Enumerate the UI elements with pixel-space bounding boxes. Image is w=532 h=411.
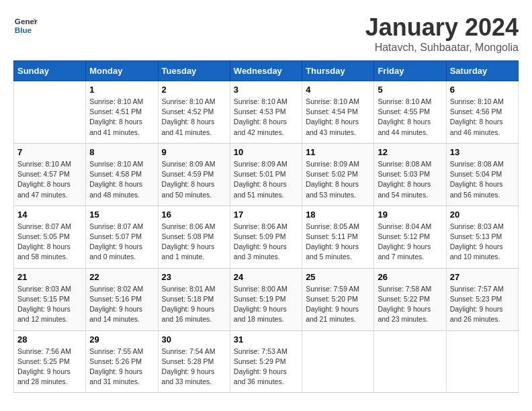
month-title: January 2024 xyxy=(365,13,519,42)
weekday-header-sunday: Sunday xyxy=(14,61,86,81)
day-info: Sunrise: 7:56 AMSunset: 5:25 PMDaylight:… xyxy=(17,347,82,387)
day-info: Sunrise: 8:00 AMSunset: 5:19 PMDaylight:… xyxy=(234,284,298,325)
day-info: Sunrise: 8:10 AMSunset: 4:52 PMDaylight:… xyxy=(162,97,226,138)
calendar-cell xyxy=(374,330,446,393)
header-row: SundayMondayTuesdayWednesdayThursdayFrid… xyxy=(14,61,519,81)
day-info: Sunrise: 8:04 AMSunset: 5:12 PMDaylight:… xyxy=(378,222,442,263)
calendar-cell: 13Sunrise: 8:08 AMSunset: 5:04 PMDayligh… xyxy=(446,143,518,205)
day-info: Sunrise: 8:09 AMSunset: 5:01 PMDaylight:… xyxy=(234,159,298,200)
week-row-5: 28Sunrise: 7:56 AMSunset: 5:25 PMDayligh… xyxy=(14,330,519,393)
day-number: 22 xyxy=(89,272,154,282)
calendar-cell: 5Sunrise: 8:10 AMSunset: 4:55 PMDaylight… xyxy=(374,81,446,144)
calendar-cell: 6Sunrise: 8:10 AMSunset: 4:56 PMDaylight… xyxy=(446,81,518,144)
calendar-cell: 17Sunrise: 8:06 AMSunset: 5:09 PMDayligh… xyxy=(230,205,302,268)
calendar-table: SundayMondayTuesdayWednesdayThursdayFrid… xyxy=(13,60,519,393)
week-row-4: 21Sunrise: 8:03 AMSunset: 5:15 PMDayligh… xyxy=(14,268,519,330)
day-number: 17 xyxy=(234,210,298,220)
calendar-cell: 7Sunrise: 8:10 AMSunset: 4:57 PMDaylight… xyxy=(14,143,86,205)
day-number: 6 xyxy=(450,85,515,95)
day-info: Sunrise: 8:01 AMSunset: 5:18 PMDaylight:… xyxy=(162,284,226,325)
calendar-cell: 28Sunrise: 7:56 AMSunset: 5:25 PMDayligh… xyxy=(14,330,86,393)
calendar-cell: 16Sunrise: 8:06 AMSunset: 5:08 PMDayligh… xyxy=(158,205,230,268)
day-info: Sunrise: 8:08 AMSunset: 5:03 PMDaylight:… xyxy=(378,159,442,200)
calendar-cell: 10Sunrise: 8:09 AMSunset: 5:01 PMDayligh… xyxy=(230,143,302,205)
day-info: Sunrise: 8:10 AMSunset: 4:56 PMDaylight:… xyxy=(450,97,515,138)
calendar-cell: 1Sunrise: 8:10 AMSunset: 4:51 PMDaylight… xyxy=(86,81,158,144)
weekday-header-wednesday: Wednesday xyxy=(230,61,302,81)
page-header: General Blue January 2024 Hatavch, Suhba… xyxy=(13,13,519,54)
day-info: Sunrise: 8:10 AMSunset: 4:58 PMDaylight:… xyxy=(89,159,154,200)
weekday-header-friday: Friday xyxy=(374,61,446,81)
calendar-cell: 18Sunrise: 8:05 AMSunset: 5:11 PMDayligh… xyxy=(302,205,374,268)
calendar-cell: 29Sunrise: 7:55 AMSunset: 5:26 PMDayligh… xyxy=(86,330,158,393)
calendar-cell: 3Sunrise: 8:10 AMSunset: 4:53 PMDaylight… xyxy=(230,81,302,144)
day-info: Sunrise: 8:10 AMSunset: 4:57 PMDaylight:… xyxy=(17,159,82,200)
weekday-header-thursday: Thursday xyxy=(302,61,374,81)
day-number: 15 xyxy=(89,210,154,220)
day-number: 28 xyxy=(17,334,82,345)
day-info: Sunrise: 8:09 AMSunset: 5:02 PMDaylight:… xyxy=(306,159,370,200)
day-number: 25 xyxy=(306,272,370,282)
day-number: 27 xyxy=(450,272,515,282)
location: Hatavch, Suhbaatar, Mongolia xyxy=(365,42,519,54)
calendar-cell: 15Sunrise: 8:07 AMSunset: 5:07 PMDayligh… xyxy=(86,205,158,268)
day-info: Sunrise: 7:59 AMSunset: 5:20 PMDaylight:… xyxy=(306,284,370,325)
day-info: Sunrise: 8:03 AMSunset: 5:15 PMDaylight:… xyxy=(17,284,82,325)
day-number: 2 xyxy=(162,85,226,95)
calendar-cell: 9Sunrise: 8:09 AMSunset: 4:59 PMDaylight… xyxy=(158,143,230,205)
calendar-cell: 12Sunrise: 8:08 AMSunset: 5:03 PMDayligh… xyxy=(374,143,446,205)
day-info: Sunrise: 8:06 AMSunset: 5:09 PMDaylight:… xyxy=(234,222,298,263)
day-info: Sunrise: 7:54 AMSunset: 5:28 PMDaylight:… xyxy=(162,347,226,387)
day-number: 9 xyxy=(162,147,226,157)
day-info: Sunrise: 8:10 AMSunset: 4:53 PMDaylight:… xyxy=(234,97,298,138)
day-number: 26 xyxy=(378,272,442,282)
day-number: 5 xyxy=(378,85,442,95)
logo: General Blue xyxy=(13,13,38,38)
week-row-3: 14Sunrise: 8:07 AMSunset: 5:05 PMDayligh… xyxy=(14,205,519,268)
day-info: Sunrise: 7:58 AMSunset: 5:22 PMDaylight:… xyxy=(378,284,442,325)
day-info: Sunrise: 8:05 AMSunset: 5:11 PMDaylight:… xyxy=(306,222,370,263)
calendar-cell: 21Sunrise: 8:03 AMSunset: 5:15 PMDayligh… xyxy=(14,268,86,330)
day-number: 29 xyxy=(89,334,154,345)
calendar-cell: 20Sunrise: 8:03 AMSunset: 5:13 PMDayligh… xyxy=(446,205,518,268)
day-number: 19 xyxy=(378,210,442,220)
day-info: Sunrise: 8:10 AMSunset: 4:55 PMDaylight:… xyxy=(378,97,442,138)
day-info: Sunrise: 7:53 AMSunset: 5:29 PMDaylight:… xyxy=(234,347,298,387)
calendar-cell xyxy=(14,81,86,144)
day-number: 30 xyxy=(162,334,226,345)
day-info: Sunrise: 8:07 AMSunset: 5:05 PMDaylight:… xyxy=(17,222,82,263)
calendar-cell: 26Sunrise: 7:58 AMSunset: 5:22 PMDayligh… xyxy=(374,268,446,330)
svg-text:General: General xyxy=(15,17,38,26)
logo-icon: General Blue xyxy=(13,13,38,38)
title-block: January 2024 Hatavch, Suhbaatar, Mongoli… xyxy=(365,13,519,54)
day-number: 24 xyxy=(234,272,298,282)
day-number: 3 xyxy=(234,85,298,95)
calendar-cell: 4Sunrise: 8:10 AMSunset: 4:54 PMDaylight… xyxy=(302,81,374,144)
day-number: 21 xyxy=(17,272,82,282)
day-number: 11 xyxy=(306,147,370,157)
weekday-header-tuesday: Tuesday xyxy=(158,61,230,81)
week-row-1: 1Sunrise: 8:10 AMSunset: 4:51 PMDaylight… xyxy=(14,81,519,144)
calendar-cell: 31Sunrise: 7:53 AMSunset: 5:29 PMDayligh… xyxy=(230,330,302,393)
svg-text:Blue: Blue xyxy=(15,26,32,34)
day-info: Sunrise: 8:09 AMSunset: 4:59 PMDaylight:… xyxy=(162,159,226,200)
day-info: Sunrise: 7:57 AMSunset: 5:23 PMDaylight:… xyxy=(450,284,515,325)
day-number: 18 xyxy=(306,210,370,220)
day-number: 10 xyxy=(234,147,298,157)
day-number: 31 xyxy=(234,334,298,345)
day-info: Sunrise: 8:03 AMSunset: 5:13 PMDaylight:… xyxy=(450,222,515,263)
day-number: 13 xyxy=(450,147,515,157)
calendar-cell xyxy=(302,330,374,393)
week-row-2: 7Sunrise: 8:10 AMSunset: 4:57 PMDaylight… xyxy=(14,143,519,205)
day-info: Sunrise: 7:55 AMSunset: 5:26 PMDaylight:… xyxy=(89,347,154,387)
day-number: 8 xyxy=(89,147,154,157)
day-info: Sunrise: 8:07 AMSunset: 5:07 PMDaylight:… xyxy=(89,222,154,263)
calendar-cell: 23Sunrise: 8:01 AMSunset: 5:18 PMDayligh… xyxy=(158,268,230,330)
calendar-cell: 19Sunrise: 8:04 AMSunset: 5:12 PMDayligh… xyxy=(374,205,446,268)
calendar-cell: 11Sunrise: 8:09 AMSunset: 5:02 PMDayligh… xyxy=(302,143,374,205)
calendar-cell: 30Sunrise: 7:54 AMSunset: 5:28 PMDayligh… xyxy=(158,330,230,393)
day-info: Sunrise: 8:02 AMSunset: 5:16 PMDaylight:… xyxy=(89,284,154,325)
day-number: 23 xyxy=(162,272,226,282)
calendar-cell: 8Sunrise: 8:10 AMSunset: 4:58 PMDaylight… xyxy=(86,143,158,205)
day-number: 7 xyxy=(17,147,82,157)
